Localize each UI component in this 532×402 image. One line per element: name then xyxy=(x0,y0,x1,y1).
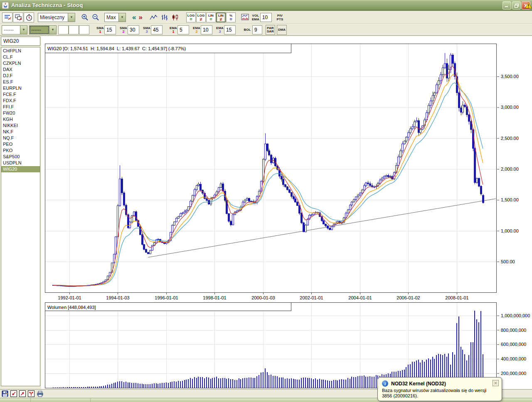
sidebar-item-wig20[interactable]: WIG20 xyxy=(1,166,40,172)
taskbar-segment xyxy=(0,398,31,402)
split-trend-tool-button[interactable] xyxy=(28,390,35,397)
zoom-in-button[interactable] xyxy=(79,12,90,22)
scale-percent-button[interactable]: %= xyxy=(226,12,236,22)
sidebar-item-nqf[interactable]: NQ.F xyxy=(1,135,40,141)
ema2-input[interactable] xyxy=(201,25,212,34)
sidebar-item-nkf[interactable]: NK.F xyxy=(1,129,40,135)
info-icon: i xyxy=(382,380,388,387)
symbol-sidebar: WIG20 CHFPLNCL.FCZKPLNDAXDJ.FES.FEURPLNF… xyxy=(1,37,40,389)
bollinger-input[interactable] xyxy=(252,25,262,34)
chevron-down-icon[interactable]: ▼ xyxy=(118,13,126,22)
title-bar[interactable]: Analiza Techniczna - Stooq xyxy=(0,0,532,11)
param-input-3[interactable] xyxy=(79,25,89,34)
sidebar-item-nikkei[interactable]: NIKKEI xyxy=(1,123,40,129)
bollinger-label: BOL xyxy=(242,28,252,32)
scale-lin-neq-button[interactable]: LIN≠ xyxy=(216,12,226,22)
ema1-input[interactable] xyxy=(177,25,189,34)
price-axis-label: 1,500.00 xyxy=(501,197,519,202)
stopwatch-button[interactable] xyxy=(24,12,34,22)
sidebar-item-ffif[interactable]: FFI.F xyxy=(1,104,40,110)
drawing-combobox-1[interactable]: ------ ▼ xyxy=(2,25,27,34)
interval-combobox[interactable]: Miesięczny ▼ xyxy=(38,13,75,22)
volume-chart-header: Wolumen [448,084,493] xyxy=(47,305,96,310)
price-chart-header: WIG20 [O: 1,574.51 H: 1,594.84 L: 1,439.… xyxy=(47,46,186,51)
symbol-input[interactable]: WIG20 xyxy=(1,37,40,46)
x-axis-label: 1998-01-01 xyxy=(203,295,226,300)
x-axis-label: 2006-01-02 xyxy=(397,295,420,300)
price-volume-chart[interactable]: 3,500.003,000.002,500.002,000.001,500.00… xyxy=(41,36,532,390)
warning-overlay-icon xyxy=(525,2,532,10)
sma2-label: SMA2 xyxy=(119,27,128,33)
chevron-down-icon[interactable]: ▼ xyxy=(49,26,56,34)
price-axis-label: 2,500.00 xyxy=(501,136,519,141)
close-button[interactable] xyxy=(522,1,530,10)
sidebar-item-clf[interactable]: CL.F xyxy=(1,54,40,60)
trend-up-tool-button[interactable] xyxy=(19,390,26,397)
zoom-out-button[interactable] xyxy=(90,12,101,22)
scale-log-neq-button[interactable]: LOG≠ xyxy=(196,12,206,22)
notification-balloon[interactable]: i NOD32 Kernel (NOD32) ✕ Baza sygnatur w… xyxy=(377,377,502,401)
sidebar-item-kgh[interactable]: KGH xyxy=(1,116,40,123)
notification-close-icon[interactable]: ✕ xyxy=(493,380,499,386)
sidebar-item-esf[interactable]: ES.F xyxy=(1,79,40,85)
taskbar-segment xyxy=(31,398,91,402)
ema2-label: EMA2 xyxy=(192,27,201,33)
vol-ema-label: VOLEMA xyxy=(252,14,259,21)
sidebar-item-djf[interactable]: DJ.F xyxy=(1,73,40,79)
new-window-button[interactable] xyxy=(13,12,23,22)
chart-canvas[interactable]: 3,500.003,000.002,500.002,000.001,500.00… xyxy=(41,36,532,390)
x-axis-label: 2008-01-01 xyxy=(445,295,468,300)
scale-lin-eq-button[interactable]: LIN= xyxy=(206,12,216,22)
ema3-input[interactable] xyxy=(224,25,236,34)
dma-button[interactable]: DMA xyxy=(277,25,287,35)
save-button[interactable] xyxy=(2,390,9,397)
sidebar-item-peo[interactable]: PEO xyxy=(1,141,40,147)
chevron-down-icon[interactable]: ▼ xyxy=(20,26,27,34)
sidebar-item-sp500[interactable]: S&P500 xyxy=(1,154,40,160)
price-panel-border xyxy=(45,44,497,293)
sidebar-item-fw20[interactable]: FW20 xyxy=(1,110,40,116)
sidebar-item-fcef[interactable]: FCE.F xyxy=(1,91,40,98)
gridlines xyxy=(45,44,496,388)
trend-down-tool-button[interactable] xyxy=(10,390,17,397)
candlestick-chart-type-button[interactable] xyxy=(170,12,181,22)
sidebar-item-chfpln[interactable]: CHFPLN xyxy=(1,48,40,54)
line-chart-type-button[interactable] xyxy=(149,12,159,22)
range-value: Max xyxy=(105,13,118,22)
parabolic-sar-button[interactable]: PARSAR xyxy=(266,25,275,35)
sma3-input[interactable] xyxy=(151,25,163,34)
pivot-points-button[interactable]: PIVPTS xyxy=(277,14,283,21)
param-input-1[interactable] xyxy=(58,25,69,34)
price-axis-label: 3,500.00 xyxy=(501,74,519,79)
drawing-combobox-2[interactable]: ------ ▼ xyxy=(29,25,57,34)
vol-ema-input[interactable] xyxy=(260,13,272,22)
ohlc-bars-chart-type-button[interactable] xyxy=(160,12,170,22)
volume-pane-button[interactable] xyxy=(240,12,251,22)
chart-settings-button[interactable] xyxy=(2,12,12,22)
scroll-forward-button[interactable]: » xyxy=(137,13,143,22)
notification-title: NOD32 Kernel (NOD32) xyxy=(391,381,446,387)
sma1-label: SMA1 xyxy=(96,27,104,33)
range-combobox[interactable]: Max ▼ xyxy=(104,13,126,22)
restore-button[interactable] xyxy=(512,1,521,10)
minimize-button[interactable] xyxy=(502,1,511,10)
sidebar-item-pko[interactable]: PKO xyxy=(1,147,40,154)
sidebar-item-dax[interactable]: DAX xyxy=(1,66,40,73)
notification-body: Baza sygnatur wirusów zaktualizowała się… xyxy=(378,387,502,399)
ema1-label: EMA1 xyxy=(169,27,177,33)
scale-log-eq-button[interactable]: LOG= xyxy=(186,12,196,22)
sma1-input[interactable] xyxy=(104,25,116,34)
chevron-down-icon[interactable]: ▼ xyxy=(68,13,75,22)
x-axis-label: 1992-01-01 xyxy=(58,295,81,300)
sma2-input[interactable] xyxy=(128,25,139,34)
sidebar-item-fdxf[interactable]: FDX.F xyxy=(1,98,40,104)
param-input-2[interactable] xyxy=(69,25,79,34)
sidebar-item-usdpln[interactable]: USDPLN xyxy=(1,160,40,166)
drawing-combobox-2-value: ------ xyxy=(30,26,49,34)
sidebar-item-czkpln[interactable]: CZKPLN xyxy=(1,60,40,66)
trendline[interactable] xyxy=(148,199,496,257)
volume-axis-label: 800,000,000 xyxy=(501,328,526,333)
sidebar-item-eurpln[interactable]: EURPLN xyxy=(1,85,40,91)
print-button[interactable] xyxy=(37,390,44,397)
scroll-back-button[interactable]: « xyxy=(131,13,137,22)
